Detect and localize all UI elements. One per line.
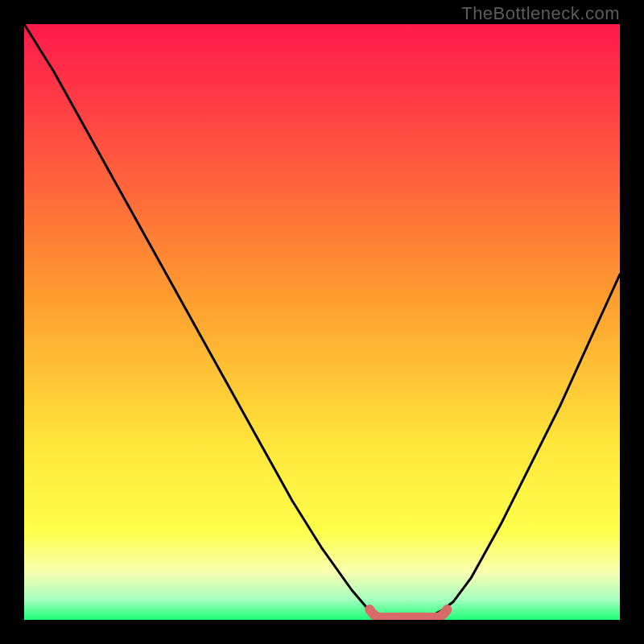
chart-svg (24, 24, 620, 620)
plot-area (24, 24, 620, 620)
gradient-background (24, 24, 620, 620)
watermark-text: TheBottleneck.com (461, 3, 620, 24)
chart-frame: TheBottleneck.com (0, 0, 644, 644)
